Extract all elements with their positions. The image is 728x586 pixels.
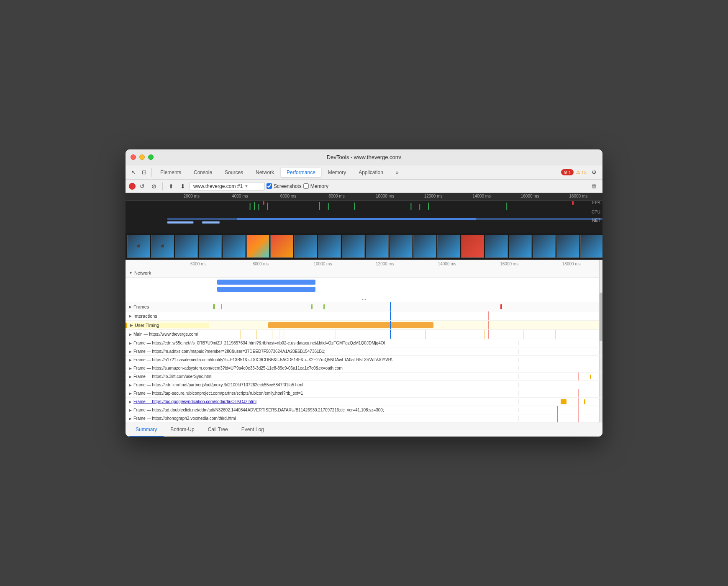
screenshot-thumb-14[interactable] [437, 235, 460, 258]
download-button[interactable]: ⬇ [178, 181, 188, 191]
frame-row-3[interactable]: ▶ Frame — https://s.amazon-adsystem.com/… [126, 364, 602, 373]
tab-console[interactable]: Console [188, 168, 218, 177]
pointer-tool-button[interactable]: ↖ [129, 167, 138, 177]
screenshot-thumb-9[interactable] [318, 235, 341, 258]
url-selector[interactable]: www.theverge.com #1 ▼ [190, 182, 265, 190]
memory-checkbox-label[interactable]: Memory [303, 183, 328, 189]
tab-sources[interactable]: Sources [219, 168, 249, 177]
tab-performance[interactable]: Performance [281, 168, 321, 177]
tab-elements[interactable]: Elements [154, 168, 187, 177]
frames-row[interactable]: ▶ Frames [126, 302, 602, 311]
frame-row-0[interactable]: ▶ Frame — https://cdn.w55c.net/i/s_0RB7U… [126, 339, 602, 347]
tab-more[interactable]: » [390, 168, 405, 177]
frame-row-8[interactable]: ▶ Frame — https://ad.doubleclick.net/ddm… [126, 406, 602, 414]
frame-7-collapse-icon[interactable]: ▶ [129, 400, 132, 404]
screenshot-thumb-10[interactable] [342, 235, 365, 258]
frame-4-collapse-icon[interactable]: ▶ [129, 375, 132, 379]
main-collapse-icon[interactable]: ▶ [129, 332, 132, 337]
bottom-tab-calltree[interactable]: Call Tree [201, 423, 235, 437]
frame-8-collapse-icon[interactable]: ▶ [129, 408, 132, 412]
screenshot-thumb-1[interactable]: ⬛ [127, 235, 150, 258]
trash-button[interactable]: 🗑 [589, 181, 599, 191]
frame-4-redline [578, 373, 579, 380]
frame-row-9[interactable]: ▶ Frame — https://phonograph2.voxmedia.c… [126, 414, 602, 423]
frames-collapse-icon[interactable]: ▶ [129, 305, 132, 309]
warn-badge: ⚠ 13 [576, 170, 587, 175]
screenshot-thumb-19[interactable] [556, 235, 579, 258]
frame-row-label-5: ▶ Frame — https://cdn.krxd.net/partnerjs… [126, 383, 519, 387]
bottom-tab-summary[interactable]: Summary [129, 423, 164, 437]
network-collapse-icon[interactable]: ▼ [129, 271, 133, 275]
screenshot-thumb-7[interactable] [270, 235, 293, 258]
frame-2-collapse-icon[interactable]: ▶ [129, 358, 132, 362]
frame-row-4[interactable]: ▶ Frame — https://ib.3lift.com/userSync.… [126, 373, 602, 381]
screenshot-thumb-20[interactable] [580, 235, 602, 258]
frame-row-2[interactable]: ▶ Frame — https://a1721.casalemedia.com/… [126, 356, 602, 364]
bottom-tab-bottomup[interactable]: Bottom-Up [164, 423, 201, 437]
timeline-overview[interactable]: 2000 ms 4000 ms 6000 ms 8000 ms 10000 ms… [126, 193, 602, 233]
frame-9-content [519, 414, 602, 422]
reload-button[interactable]: ↺ [137, 181, 147, 191]
frame-3-collapse-icon[interactable]: ▶ [129, 366, 132, 370]
screenshot-thumb-12[interactable] [390, 235, 413, 258]
record-button[interactable] [129, 183, 136, 190]
dock-button[interactable]: ⊡ [139, 167, 149, 177]
frame-bar-2 [221, 304, 222, 309]
frame-7-bar-3 [584, 399, 585, 404]
minimize-button[interactable] [139, 154, 145, 160]
tab-memory[interactable]: Memory [322, 168, 352, 177]
screenshots-checkbox[interactable] [267, 183, 272, 189]
main-row[interactable]: ▶ Main — https://www.theverge.com/ [126, 330, 602, 339]
frame-1-collapse-icon[interactable]: ▶ [129, 350, 132, 354]
frame-bar-1 [213, 304, 215, 309]
bottom-tab-eventlog[interactable]: Event Log [235, 423, 271, 437]
frame-row-7[interactable]: ▶ Frame — https://tpc.googlesyndication.… [126, 398, 602, 406]
frame-row-label-6: ▶ Frame — https://tap-secure.rubiconproj… [126, 391, 519, 396]
warn-icon: ⚠ [576, 170, 580, 175]
network-row[interactable]: ▼ Network [126, 268, 602, 278]
frame-row-6[interactable]: ▶ Frame — https://tap-secure.rubiconproj… [126, 389, 602, 398]
upload-button[interactable]: ⬆ [166, 181, 176, 191]
bottom-tabs: Summary Bottom-Up Call Tree Event Log [126, 423, 602, 437]
screenshot-thumb-2[interactable]: ⬛ [151, 235, 174, 258]
perf-toolbar: ↺ ⊘ ⬆ ⬇ www.theverge.com #1 ▼ Screenshot… [126, 180, 602, 193]
frame-row-5[interactable]: ▶ Frame — https://cdn.krxd.net/partnerjs… [126, 381, 602, 389]
user-timing-collapse-icon[interactable]: ▶ [130, 323, 133, 327]
frame-row-1[interactable]: ▶ Frame — https://m.adnxs.com/mapuid?mem… [126, 347, 602, 356]
screenshot-thumb-15[interactable] [461, 235, 484, 258]
frame-9-collapse-icon[interactable]: ▶ [129, 416, 132, 421]
screenshot-thumb-6[interactable] [246, 235, 269, 258]
toolbar-separator-1 [151, 168, 152, 177]
screenshot-strip[interactable]: ⬛ ⬛ [126, 233, 602, 260]
screenshot-thumb-18[interactable] [533, 235, 556, 258]
screenshot-thumb-3[interactable] [175, 235, 198, 258]
settings-button[interactable]: ⚙ [589, 167, 599, 177]
expand-more[interactable]: ... [126, 294, 602, 302]
tab-application[interactable]: Application [353, 168, 389, 177]
main-row-label: ▶ Main — https://www.theverge.com/ [126, 332, 209, 337]
close-button[interactable] [131, 154, 136, 160]
interactions-collapse-icon[interactable]: ▶ [129, 314, 132, 318]
screenshot-thumb-17[interactable] [509, 235, 532, 258]
scrollbar-thumb[interactable] [600, 293, 602, 342]
user-timing-row[interactable]: ▶ User Timing [126, 321, 602, 330]
clear-button[interactable]: ⊘ [149, 181, 159, 191]
memory-checkbox[interactable] [303, 183, 309, 189]
maximize-button[interactable] [148, 154, 154, 160]
screenshot-thumb-16[interactable] [485, 235, 508, 258]
frame-row-label-1: ▶ Frame — https://m.adnxs.com/mapuid?mem… [126, 349, 519, 354]
screenshots-checkbox-label[interactable]: Screenshots [267, 183, 302, 189]
frame-4-bar [590, 375, 591, 379]
screenshot-thumb-4[interactable] [199, 235, 222, 258]
screenshot-thumb-8[interactable] [294, 235, 317, 258]
screenshot-thumb-13[interactable] [413, 235, 436, 258]
frame-5-collapse-icon[interactable]: ▶ [129, 383, 132, 387]
frames-content [209, 302, 602, 311]
tab-network[interactable]: Network [250, 168, 280, 177]
frame-6-collapse-icon[interactable]: ▶ [129, 391, 132, 396]
screenshot-thumb-5[interactable] [223, 235, 246, 258]
interactions-row[interactable]: ▶ Interactions [126, 311, 602, 321]
frame-0-collapse-icon[interactable]: ▶ [129, 341, 132, 345]
screenshot-thumb-11[interactable] [366, 235, 389, 258]
frame-7-content [519, 398, 602, 406]
